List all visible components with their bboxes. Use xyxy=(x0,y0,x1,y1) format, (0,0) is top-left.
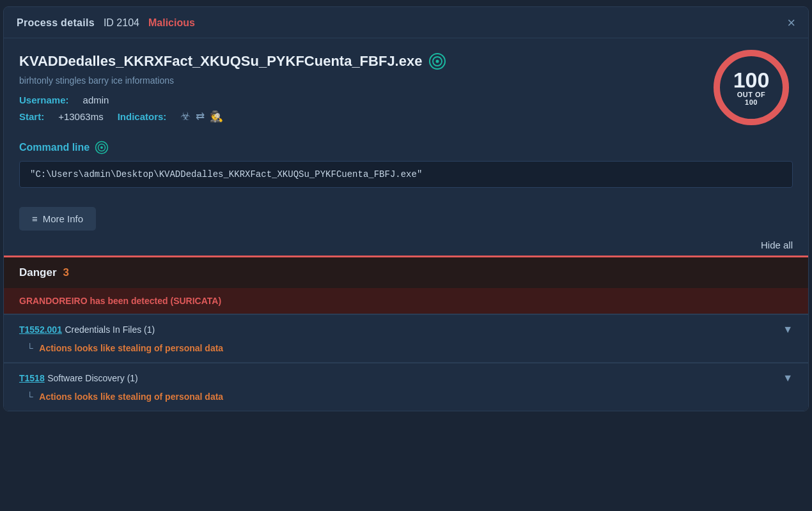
threat-row-2: T1518 Software Discovery (1) ▼ └ Actions… xyxy=(4,363,808,411)
process-description: birhtonly stingles barry ice information… xyxy=(19,75,691,86)
cmd-label: Command line xyxy=(19,141,793,155)
panel-status: Malicious xyxy=(148,17,195,29)
panel-id: ID 2104 xyxy=(104,17,139,29)
tree-line-icon-2: └ xyxy=(27,392,33,402)
close-button[interactable]: × xyxy=(787,16,795,30)
cmd-label-text: Command line xyxy=(19,142,90,153)
more-info-label: More Info xyxy=(43,213,83,224)
command-line-section: Command line "C:\Users\admin\Desktop\KVA… xyxy=(4,141,808,198)
danger-header: Danger 3 xyxy=(4,257,808,288)
svg-point-1 xyxy=(436,60,439,63)
hide-all-button[interactable]: Hide all xyxy=(761,240,793,250)
panel-header: Process details ID 2104 Malicious × xyxy=(4,7,808,38)
out-of-label: OUT OF xyxy=(737,91,766,98)
threat-main-row-2: T1518 Software Discovery (1) ▼ xyxy=(4,363,808,389)
danger-alert: GRANDOREIRO has been detected (SURICATA) xyxy=(4,288,808,314)
danger-count: 3 xyxy=(63,266,69,279)
threat-row: T1552.001 Credentials In Files (1) ▼ └ A… xyxy=(4,314,808,362)
start-indicators-row: Start: +13063ms Indicators: ☣ ⇄ 🕵 xyxy=(19,109,691,123)
threat-id-name-2: T1518 Software Discovery (1) xyxy=(19,372,138,384)
process-name-row: KVADDedalles_KKRXFact_XKUQSu_PYKFCuenta_… xyxy=(19,52,691,70)
threat-name-1: Credentials In Files (1) xyxy=(65,324,155,335)
danger-section: Danger 3 GRANDOREIRO has been detected (… xyxy=(4,256,808,411)
threat-sub-text-2: Actions looks like stealing of personal … xyxy=(39,392,223,402)
start-value: +13063ms xyxy=(58,111,103,122)
score-outof: OUT OF 100 xyxy=(731,91,772,106)
threat-id-1[interactable]: T1552.001 xyxy=(19,324,62,335)
biohazard-icon: ☣ xyxy=(180,109,191,123)
score-circle: 100 OUT OF 100 xyxy=(710,46,793,129)
threat-main-row: T1552.001 Credentials In Files (1) ▼ xyxy=(4,315,808,340)
process-info: KVADDedalles_KKRXFact_XKUQSu_PYKFCuenta_… xyxy=(19,52,691,129)
spy-icon: 🕵 xyxy=(210,110,223,123)
ai-icon xyxy=(428,52,446,70)
indicators-list: ☣ ⇄ 🕵 xyxy=(180,109,223,123)
start-label: Start: xyxy=(19,111,44,122)
chevron-down-icon[interactable]: ▼ xyxy=(783,324,793,335)
svg-point-5 xyxy=(100,146,103,149)
command-line-value: "C:\Users\admin\Desktop\KVADDedalles_KKR… xyxy=(19,161,793,188)
username-value: admin xyxy=(83,95,109,105)
more-info-button[interactable]: ≡ More Info xyxy=(19,207,96,231)
score-container: 100 OUT OF 100 xyxy=(710,46,793,129)
danger-label: Danger xyxy=(19,266,57,279)
score-value: 100 xyxy=(731,69,772,91)
threat-sub-text-1: Actions looks like stealing of personal … xyxy=(39,343,223,353)
threat-sub-2: └ Actions looks like stealing of persona… xyxy=(4,389,808,411)
threat-sub-1: └ Actions looks like stealing of persona… xyxy=(4,340,808,362)
score-text: 100 OUT OF 100 xyxy=(731,69,772,106)
transfer-icon: ⇄ xyxy=(196,110,205,123)
process-name-text: KVADDedalles_KKRXFact_XKUQSu_PYKFCuenta_… xyxy=(19,53,422,70)
panel-title: Process details xyxy=(17,17,95,29)
threat-id-2[interactable]: T1518 xyxy=(19,373,45,383)
panel-body: KVADDedalles_KKRXFact_XKUQSu_PYKFCuenta_… xyxy=(4,38,808,141)
chevron-down-icon-2[interactable]: ▼ xyxy=(783,372,793,384)
username-label: Username: xyxy=(19,95,69,105)
hide-all-row: Hide all xyxy=(4,236,808,256)
menu-icon: ≡ xyxy=(32,213,38,224)
out-of-value: 100 xyxy=(745,98,758,106)
indicators-label: Indicators: xyxy=(118,111,167,122)
threat-id-name: T1552.001 Credentials In Files (1) xyxy=(19,324,155,335)
username-row: Username: admin xyxy=(19,95,691,105)
threat-name-2: Software Discovery (1) xyxy=(47,373,138,383)
cmd-ai-icon xyxy=(95,141,109,155)
tree-line-icon: └ xyxy=(27,343,33,353)
process-details-panel: Process details ID 2104 Malicious × KVAD… xyxy=(3,6,809,411)
